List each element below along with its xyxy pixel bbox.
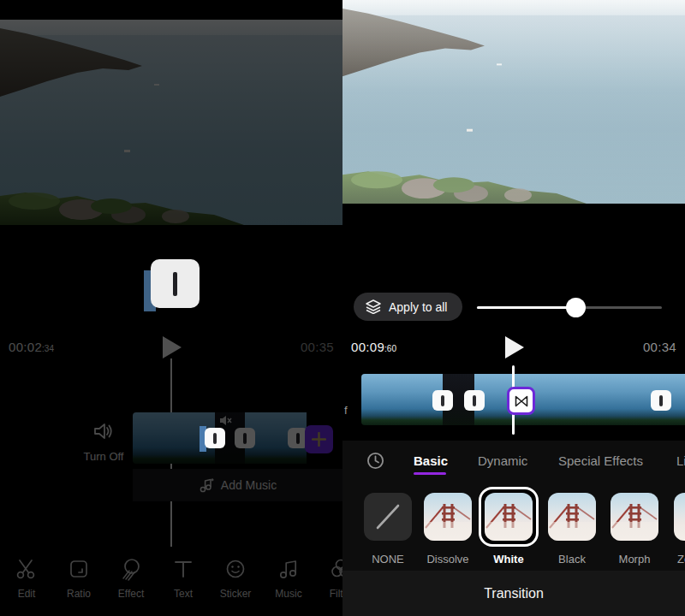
bridge-icon [548,493,596,541]
tab-special-effects[interactable]: Special Effects [558,453,643,468]
layers-icon [366,299,381,314]
duration-slider-thumb[interactable] [566,298,586,317]
tab-basic[interactable]: Basic [414,453,448,468]
transition-label-selected: White [485,553,533,566]
tab-dynamic[interactable]: Dynamic [478,453,527,468]
tab-light[interactable]: Light [676,453,685,468]
total-duration: 00:34 [643,340,676,354]
active-tab-underline [414,472,446,475]
transition-option-morph[interactable] [611,493,658,541]
transition-marker[interactable] [651,390,671,411]
bridge-thumbnail [674,493,685,541]
right-video-preview[interactable] [342,0,685,204]
apply-to-all-button[interactable]: Apply to all [354,293,462,321]
selected-transition-marker[interactable] [507,387,535,415]
duration-slider-fill [477,306,575,309]
left-editor-screen: 00:02:34 00:35 Turn Off [0,0,342,616]
transition-option-zoom[interactable] [674,493,685,541]
transition-option-dissolve[interactable] [424,493,472,541]
active-transition-marker[interactable] [205,428,225,448]
timeline-clip[interactable] [361,374,443,425]
transition-option-white[interactable] [485,493,533,541]
bridge-icon [485,493,533,541]
coastline-photo [342,0,685,204]
none-icon [364,493,412,541]
transition-label: Black [548,553,596,566]
bridge-icon [424,493,472,541]
transition-option-none[interactable] [364,493,412,541]
transition-marker[interactable] [432,390,453,411]
video-editor-composite: 00:02:34 00:35 Turn Off [0,0,685,616]
panel-bottom-bar: Transition [342,571,685,616]
transition-bowtie-icon [515,395,528,407]
play-button[interactable] [505,336,524,358]
right-transition-screen: Apply to all 00:09:60 00:34 f [342,0,685,616]
transition-label: Zoom [677,553,685,566]
transition-bar-glyph [173,272,177,296]
timeline-clip[interactable] [521,374,661,425]
transition-drag-ghost[interactable] [151,259,200,308]
dim-overlay [0,0,342,616]
transition-label: Dissolve [424,553,472,566]
duration-slider-track[interactable] [477,306,662,309]
bridge-icon [611,493,658,541]
clock-icon[interactable] [366,452,384,470]
transition-marker[interactable] [464,390,485,411]
transition-label: Morph [611,553,658,566]
timeline[interactable] [342,374,685,425]
transition-option-black[interactable] [548,493,596,541]
apply-to-all-label: Apply to all [389,300,447,314]
panel-title: Transition [342,586,685,601]
transition-label: NONE [364,553,412,566]
elapsed-time: 00:09:60 [351,340,396,354]
